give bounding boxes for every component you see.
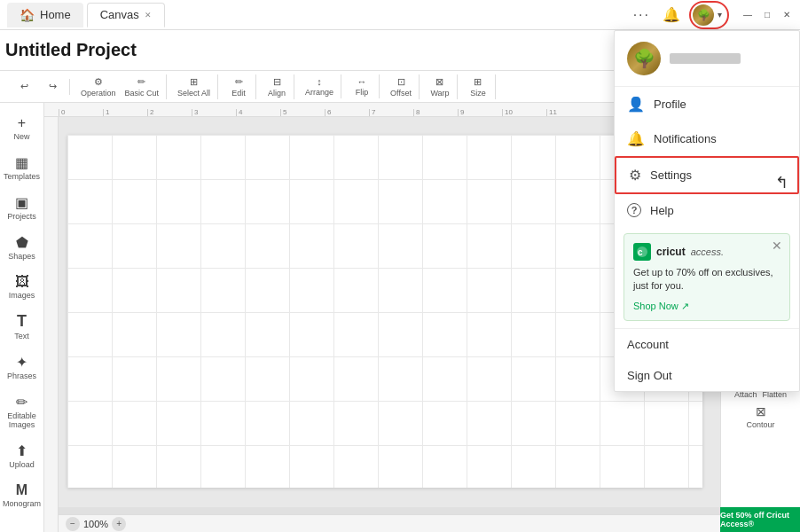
minimize-button[interactable]: — <box>741 9 754 21</box>
window-controls: — □ ✕ <box>741 9 793 21</box>
tab-close-icon[interactable]: ✕ <box>145 11 152 20</box>
dropdown-item-signout[interactable]: Sign Out <box>615 360 799 391</box>
user-dropdown-menu: 🌳 👤 Profile 🔔 Notifications ⚙ Settings ↱… <box>614 30 800 392</box>
sidebar-item-phrases[interactable]: ✦ Phrases <box>3 348 42 387</box>
basic-cut-tool[interactable]: ✏Basic Cut <box>122 74 163 99</box>
flip-group: ↔Flip <box>345 74 380 98</box>
text-icon: T <box>17 312 27 331</box>
title-bar: 🏠 Home Canvas ✕ ··· 🔔 🌳 ▾ — □ ✕ <box>0 0 800 30</box>
svg-text:c: c <box>638 247 643 257</box>
profile-icon: 👤 <box>627 96 645 113</box>
align-tool[interactable]: ⊟Align <box>263 74 290 99</box>
signout-label: Sign Out <box>627 369 672 382</box>
redo-button[interactable]: ↪ <box>39 79 66 95</box>
sidebar-item-images[interactable]: 🖼 Images <box>3 269 42 306</box>
bell-icon[interactable]: 🔔 <box>659 3 684 27</box>
cricut-access-bottom-banner[interactable]: Get 50% off Cricut Access® <box>720 507 800 532</box>
edit-tool[interactable]: ✏Edit <box>225 74 252 99</box>
sidebar-item-monogram[interactable]: M Monogram <box>3 477 42 514</box>
shop-now-link[interactable]: Shop Now ↗ <box>633 301 689 311</box>
contour-tool[interactable]: ⊠ Contour <box>746 404 774 429</box>
dropdown-item-account[interactable]: Account <box>615 329 799 360</box>
horizontal-scrollbar[interactable] <box>59 507 720 514</box>
dropdown-item-notifications[interactable]: 🔔 Notifications <box>615 121 799 156</box>
settings-icon: ⚙ <box>629 167 641 184</box>
projects-icon: ▣ <box>15 194 28 211</box>
profile-label: Profile <box>654 98 686 111</box>
zoom-plus-button[interactable]: + <box>112 517 126 531</box>
flip-tool[interactable]: ↔Flip <box>349 74 375 98</box>
dropdown-item-profile[interactable]: 👤 Profile <box>615 87 799 121</box>
cricut-logo-text: cricut <box>656 246 686 258</box>
help-icon: ? <box>627 203 641 217</box>
dropdown-user-name <box>670 53 741 64</box>
templates-icon: ▦ <box>15 154 28 171</box>
operation-tool[interactable]: ⚙Operation <box>77 74 120 99</box>
close-button[interactable]: ✕ <box>780 9 793 21</box>
sidebar-item-editable-images[interactable]: ✏ EditableImages <box>3 388 42 435</box>
size-group: ⊞Size <box>461 74 496 99</box>
notifications-icon: 🔔 <box>627 130 645 147</box>
upload-icon: ⬆ <box>16 442 27 459</box>
undo-button[interactable]: ↩ <box>11 79 37 95</box>
size-tool[interactable]: ⊞Size <box>465 74 491 99</box>
select-group: ⊞Select All <box>170 74 218 99</box>
canvas-grid <box>67 135 702 488</box>
new-icon: + <box>18 115 26 131</box>
sidebar-item-templates[interactable]: ▦ Templates <box>3 149 42 187</box>
ruler-vertical <box>44 117 59 532</box>
undo-redo-group: ↩ ↪ <box>7 79 70 95</box>
cricut-logo-icon: c <box>633 243 651 261</box>
avatar: 🌳 <box>693 4 714 26</box>
dropdown-user-header: 🌳 <box>615 31 799 87</box>
monogram-icon: M <box>16 482 27 498</box>
sidebar-item-new[interactable]: + New <box>3 110 42 147</box>
tab-home[interactable]: 🏠 Home <box>7 3 83 27</box>
dropdown-item-help[interactable]: ? Help <box>615 194 799 226</box>
sidebar-item-upload[interactable]: ⬆ Upload <box>3 437 42 475</box>
select-all-tool[interactable]: ⊞Select All <box>174 74 214 99</box>
warp-group: ⊠Warp <box>423 74 458 99</box>
warp-tool[interactable]: ⊠Warp <box>427 74 453 99</box>
zoom-bar: − 100% + <box>59 514 720 532</box>
images-icon: 🖼 <box>15 274 29 290</box>
align-group: ⊟Align <box>260 74 294 99</box>
promo-header: c cricut access. <box>633 243 780 261</box>
tab-canvas-label: Canvas <box>100 8 139 21</box>
offset-tool[interactable]: ⊡Offset <box>387 74 415 99</box>
sidebar-item-text[interactable]: T Text <box>3 307 42 347</box>
avatar-image: 🌳 <box>633 48 655 69</box>
tab-home-label: Home <box>40 8 71 21</box>
dropdown-avatar: 🌳 <box>627 42 661 75</box>
arrange-tool[interactable]: ↕Arrange <box>302 74 337 98</box>
editable-images-icon: ✏ <box>16 394 27 411</box>
maximize-button[interactable]: □ <box>761 9 773 21</box>
home-icon: 🏠 <box>20 8 35 22</box>
sidebar-item-projects[interactable]: ▣ Projects <box>3 189 42 227</box>
tab-canvas[interactable]: Canvas ✕ <box>87 3 165 27</box>
dropdown-item-settings[interactable]: ⚙ Settings ↱ <box>615 156 799 194</box>
more-options-icon[interactable]: ··· <box>630 4 654 27</box>
zoom-minus-button[interactable]: − <box>66 517 80 531</box>
cricut-access-promo: c cricut access. ✕ Get up to 70% off on … <box>624 233 790 321</box>
cricut-access-text: access. <box>691 246 724 257</box>
phrases-icon: ✦ <box>16 354 27 371</box>
zoom-controls: − 100% + <box>66 517 126 531</box>
notifications-label: Notifications <box>654 132 717 145</box>
ruler-marks: 0 1 2 3 4 5 6 7 8 9 10 11 <box>59 103 591 116</box>
operation-group: ⚙Operation ✏Basic Cut <box>74 74 167 99</box>
title-bar-controls: ··· 🔔 🌳 ▾ — □ ✕ <box>630 1 793 29</box>
arrange-group: ↕Arrange <box>298 74 341 98</box>
contour-icon: ⊠ <box>756 404 766 419</box>
left-sidebar: + New ▦ Templates ▣ Projects ⬟ Shapes 🖼 … <box>0 103 44 532</box>
edit-group: ✏Edit <box>222 74 256 99</box>
sidebar-item-shapes[interactable]: ⬟ Shapes <box>3 229 42 267</box>
promo-close-button[interactable]: ✕ <box>772 239 782 252</box>
canvas-white-area <box>67 135 702 488</box>
chevron-down-icon: ▾ <box>718 10 722 20</box>
settings-label: Settings <box>650 168 692 182</box>
zoom-level: 100% <box>83 519 108 529</box>
shapes-icon: ⬟ <box>16 234 28 251</box>
promo-body: Get up to 70% off on exclusives, just fo… <box>633 266 780 293</box>
user-account-button[interactable]: 🌳 ▾ <box>689 1 729 29</box>
